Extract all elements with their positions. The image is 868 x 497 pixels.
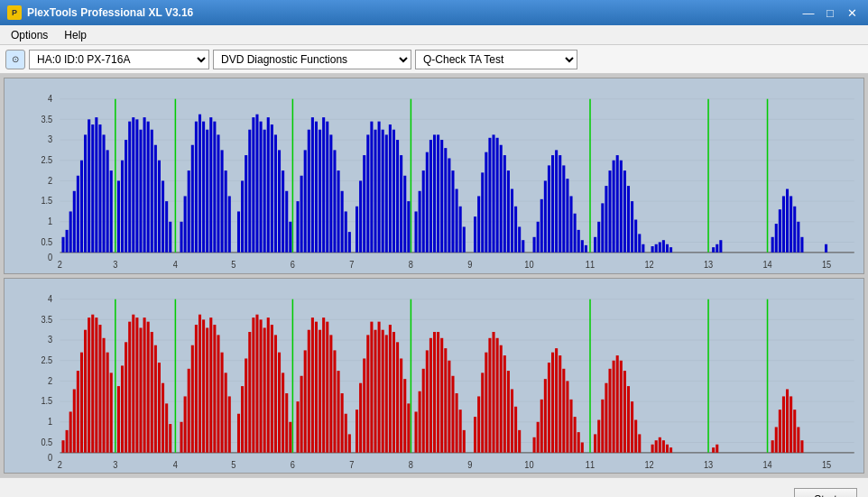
svg-text:0: 0 [48,252,53,262]
svg-rect-161 [551,155,554,253]
svg-rect-355 [507,371,510,453]
svg-rect-340 [444,348,447,453]
device-dropdown[interactable]: HA:0 ID:0 PX-716A [29,50,209,69]
svg-rect-130 [422,170,425,253]
svg-rect-254 [98,325,101,453]
minimize-button[interactable]: — [799,5,817,21]
function-dropdown[interactable]: DVD Diagnostic Functions [213,50,411,69]
svg-rect-76 [206,130,208,253]
svg-text:3: 3 [113,459,117,470]
svg-rect-363 [548,363,550,453]
svg-text:3.5: 3.5 [41,314,52,325]
svg-rect-58 [132,117,134,253]
svg-rect-289 [245,358,247,452]
svg-rect-347 [477,396,480,452]
svg-rect-287 [237,413,240,452]
svg-rect-268 [154,345,157,452]
main-content: 4 3.5 3 2.5 2 1.5 1 0.5 0 2 3 4 5 6 7 8 … [0,74,868,477]
svg-rect-95 [282,170,284,253]
svg-rect-137 [448,158,450,252]
svg-text:1.5: 1.5 [41,396,52,407]
svg-rect-139 [456,189,458,252]
top-chart: 4 3.5 3 2.5 2 1.5 1 0.5 0 2 3 4 5 6 7 8 … [4,78,864,274]
svg-rect-91 [267,117,270,253]
svg-text:12: 12 [644,459,653,470]
svg-rect-127 [407,201,410,253]
close-button[interactable]: ✕ [843,5,861,21]
svg-rect-339 [440,337,443,452]
svg-rect-307 [315,321,318,452]
svg-rect-97 [289,222,291,253]
svg-rect-129 [419,191,421,253]
svg-text:1: 1 [48,416,52,427]
svg-rect-158 [540,199,543,253]
svg-rect-144 [481,172,484,252]
svg-rect-352 [496,337,499,452]
svg-rect-48 [91,124,94,253]
svg-rect-334 [422,368,425,452]
svg-rect-246 [69,411,72,452]
svg-rect-350 [488,337,491,452]
svg-text:2: 2 [48,375,52,386]
svg-rect-320 [366,335,369,452]
svg-rect-394 [771,440,774,453]
svg-rect-335 [426,350,429,452]
svg-rect-291 [252,318,254,453]
svg-rect-135 [440,140,443,253]
svg-rect-256 [106,352,109,452]
svg-rect-164 [562,165,565,252]
svg-text:2.5: 2.5 [41,155,52,166]
svg-rect-371 [577,432,580,453]
svg-rect-186 [655,244,658,253]
svg-rect-86 [248,130,251,253]
svg-rect-341 [448,360,450,452]
svg-rect-303 [300,375,303,452]
svg-rect-169 [581,240,584,253]
svg-rect-280 [206,327,208,452]
bottom-panel: Jitter: 3 Peak Shift: [0,477,868,497]
svg-rect-70 [184,196,187,252]
svg-text:7: 7 [349,259,354,270]
maximize-button[interactable]: □ [821,5,839,21]
svg-rect-165 [566,179,568,253]
svg-rect-66 [162,180,164,252]
svg-rect-293 [260,319,263,452]
svg-text:7: 7 [349,459,354,470]
svg-rect-294 [263,327,266,452]
svg-rect-189 [666,244,669,253]
svg-text:11: 11 [586,259,595,270]
svg-rect-89 [260,122,263,253]
svg-rect-392 [712,447,715,453]
svg-rect-376 [605,382,607,452]
svg-rect-305 [308,329,310,452]
svg-rect-122 [389,124,392,253]
svg-rect-119 [378,122,381,253]
svg-rect-128 [415,211,418,252]
svg-rect-174 [605,186,607,253]
svg-rect-398 [786,389,789,452]
svg-text:4: 4 [173,459,179,470]
svg-rect-342 [451,375,454,452]
svg-rect-250 [84,329,87,452]
test-dropdown[interactable]: Q-Check TA Test [415,50,577,69]
menu-help[interactable]: Help [57,27,94,43]
svg-rect-93 [274,134,277,252]
svg-rect-263 [135,318,138,453]
svg-rect-50 [98,124,101,253]
svg-rect-82 [228,196,231,252]
svg-rect-49 [95,117,97,253]
svg-rect-285 [225,373,227,452]
svg-rect-270 [162,382,164,452]
svg-rect-80 [221,150,224,252]
svg-rect-187 [659,242,661,252]
svg-rect-386 [651,444,654,452]
title-bar-controls[interactable]: — □ ✕ [799,5,861,21]
svg-rect-44 [77,176,79,253]
menu-options[interactable]: Options [4,27,55,43]
svg-rect-64 [154,145,157,253]
svg-rect-281 [209,318,212,453]
svg-rect-260 [125,342,127,452]
start-button[interactable]: Start [794,488,857,498]
svg-rect-155 [522,240,524,253]
svg-rect-346 [474,417,476,453]
